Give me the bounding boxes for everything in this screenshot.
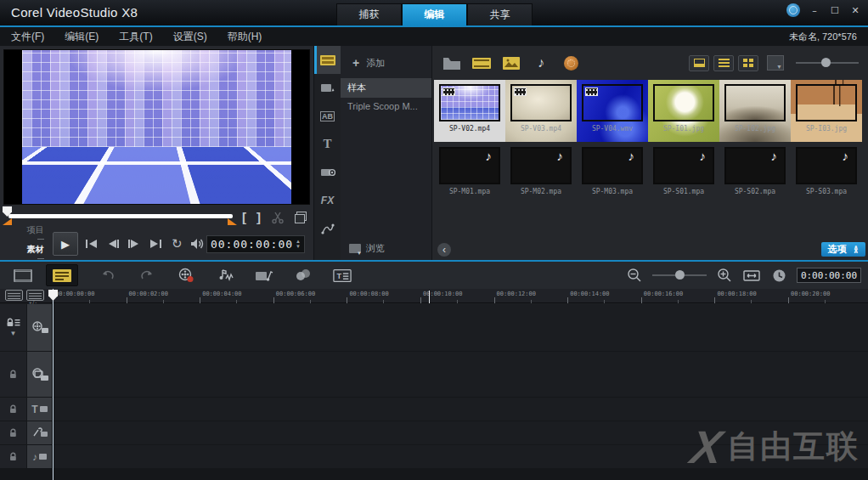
menu-file[interactable]: 文件(F) <box>11 30 44 44</box>
nav-media-button[interactable] <box>314 46 341 74</box>
timeline-zoom-slider[interactable] <box>652 268 707 283</box>
menu-help[interactable]: 帮助(H) <box>228 30 262 44</box>
media-item[interactable]: ♪ SP-I03.jpg <box>791 80 862 142</box>
nav-transition-button[interactable] <box>314 74 341 102</box>
view-grid-button[interactable] <box>738 55 758 71</box>
playhead-line[interactable] <box>53 289 54 480</box>
lock-title-track-icon[interactable] <box>8 404 18 414</box>
zoom-out-icon[interactable] <box>625 266 644 285</box>
end-button[interactable] <box>148 235 164 252</box>
mark-in-button[interactable]: [ <box>242 210 246 224</box>
lock-voice-track-icon[interactable] <box>8 428 18 438</box>
menu-edit[interactable]: 编辑(E) <box>65 30 99 44</box>
trim-out-handle[interactable] <box>228 218 237 225</box>
filter-photo-icon[interactable] <box>501 54 521 71</box>
voice-track-button[interactable] <box>26 421 52 444</box>
media-item[interactable]: ♪ SP-V03.mp4 <box>505 80 577 142</box>
track-options-dropdown-icon[interactable]: ▼ <box>10 330 17 337</box>
main-area: [ ] 项目 素材 ▶ <box>0 46 868 260</box>
filter-video-icon[interactable] <box>471 54 492 71</box>
subtitle-editor-button[interactable]: T <box>333 266 352 285</box>
overlay-track-button[interactable] <box>26 352 52 397</box>
nav-title-ab-button[interactable]: AB <box>314 102 341 130</box>
timeline-timecode[interactable]: 0:00:00:00 <box>797 268 861 283</box>
nav-graphic-button[interactable] <box>314 158 341 186</box>
folder-item-triplescoop[interactable]: Triple Scoop M... <box>341 98 431 115</box>
menu-tools[interactable]: 工具(T) <box>119 30 152 44</box>
video-track-button[interactable] <box>26 304 52 351</box>
view-list-button[interactable] <box>713 55 734 71</box>
overlay-track-content[interactable] <box>52 352 868 397</box>
repeat-button[interactable]: ↻ <box>169 235 185 252</box>
minimize-button[interactable]: – <box>809 5 820 16</box>
zoom-in-icon[interactable] <box>715 266 734 285</box>
collapse-panel-button[interactable]: ‹ <box>437 243 451 257</box>
instant-project-button[interactable] <box>255 266 273 285</box>
sound-mixer-button[interactable] <box>216 266 234 285</box>
menu-settings[interactable]: 设置(S) <box>173 30 207 44</box>
redo-button[interactable] <box>138 266 156 285</box>
home-button[interactable] <box>83 235 99 252</box>
nav-title-button[interactable]: T <box>314 130 341 158</box>
preview-timecode[interactable]: 00:00:00:00 ▲▼ <box>206 235 305 253</box>
music-track-button[interactable]: ♪ <box>26 445 52 468</box>
filter-audio-icon[interactable]: ♪ <box>531 54 551 71</box>
folder-item-sample[interactable]: 样本 <box>341 78 431 98</box>
record-capture-button[interactable] <box>177 266 195 285</box>
track-manager-icon[interactable] <box>5 290 23 301</box>
nav-filter-fx-button[interactable]: FX <box>314 186 341 214</box>
play-button[interactable]: ▶ <box>53 232 79 256</box>
lock-music-track-icon[interactable] <box>8 452 18 461</box>
undo-button[interactable] <box>99 266 117 285</box>
media-item[interactable]: ♪ SP-M03.mpa <box>577 143 648 205</box>
maximize-button[interactable]: ☐ <box>829 5 841 16</box>
next-frame-button[interactable] <box>127 235 143 252</box>
scrubber: [ ] <box>0 206 313 229</box>
enlarge-preview-icon[interactable] <box>295 212 307 223</box>
video-track-content[interactable] <box>52 304 868 351</box>
track-transition-button[interactable] <box>294 266 313 285</box>
video-preview[interactable] <box>3 49 310 205</box>
nav-motion-path-button[interactable] <box>314 214 341 242</box>
media-item[interactable]: ♪ SP-S01.mpa <box>648 143 719 205</box>
project-duration-clock-icon[interactable] <box>769 266 788 285</box>
media-item[interactable]: ♪ SP-I01.jpg <box>648 80 719 142</box>
overlay-track <box>0 352 868 397</box>
scrubber-bar[interactable] <box>8 214 233 218</box>
timeline-view-button[interactable] <box>46 264 78 286</box>
view-thumbnail-button[interactable] <box>689 55 709 71</box>
trim-in-handle[interactable] <box>3 218 12 225</box>
add-folder-button[interactable]: + 添加 <box>341 46 431 78</box>
timecode-spinner[interactable]: ▲▼ <box>296 239 301 249</box>
lock-all-tracks-icon[interactable] <box>6 318 20 327</box>
browse-button[interactable]: 浏览 <box>341 242 385 255</box>
media-item[interactable]: ♪ SP-I02.jpg <box>719 80 791 142</box>
media-item[interactable]: ♪ SP-M02.mpa <box>505 143 577 205</box>
split-clip-scissors-icon[interactable] <box>271 211 285 224</box>
filter-motion-icon[interactable] <box>561 54 581 71</box>
media-item[interactable]: ♪ SP-S02.mpa <box>719 143 791 205</box>
project-mode[interactable]: 项目 <box>19 225 44 244</box>
title-track-button[interactable]: T <box>26 398 52 421</box>
storyboard-view-button[interactable] <box>7 264 39 286</box>
thumbnail-size-slider[interactable] <box>796 55 859 71</box>
timeline-ruler[interactable]: 00:00:00:0000:00:02:0000:00:04:0000:00:0… <box>0 289 868 303</box>
title-track-content[interactable] <box>52 398 868 421</box>
media-item[interactable]: ♪ SP-V04.wmv <box>577 80 648 142</box>
options-button[interactable]: 选项 ∧∧ <box>821 242 866 257</box>
tab-edit[interactable]: 编辑 <box>402 3 467 25</box>
previous-frame-button[interactable] <box>104 235 121 252</box>
mark-out-button[interactable]: ] <box>256 210 261 224</box>
close-button[interactable]: ✕ <box>849 5 861 16</box>
lock-overlay-track-icon[interactable] <box>8 370 18 379</box>
tab-capture[interactable]: 捕获 <box>336 3 402 25</box>
fit-project-icon[interactable] <box>742 266 761 285</box>
sort-import-icon[interactable] <box>767 55 784 71</box>
media-item[interactable]: ♪ SP-S03.mpa <box>791 143 862 205</box>
step-tabs: 捕获 编辑 共享 <box>336 3 533 25</box>
media-item[interactable]: ♪ SP-V02.mp4 <box>434 80 505 142</box>
tab-share[interactable]: 共享 <box>467 3 533 25</box>
volume-button[interactable] <box>190 235 206 252</box>
media-item[interactable]: ♪ SP-M01.mpa <box>434 143 505 205</box>
folder-icon[interactable] <box>442 54 462 71</box>
